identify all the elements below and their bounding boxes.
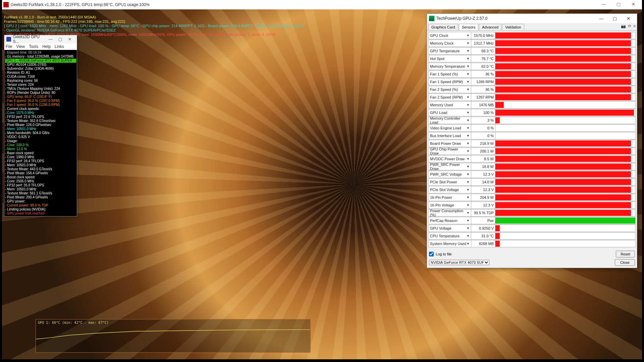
chevron-down-icon[interactable]: ▼: [467, 65, 470, 68]
sensor-value: Pwr: [471, 217, 495, 224]
sensor-label[interactable]: GPU Chip Power Draw▼: [428, 147, 471, 155]
menu-links[interactable]: Links: [55, 44, 64, 49]
sensor-label[interactable]: CPU Temperature▼: [428, 232, 471, 240]
chevron-down-icon[interactable]: ▼: [467, 103, 470, 107]
chevron-down-icon[interactable]: ▼: [467, 72, 470, 76]
sensor-label[interactable]: 16-Pin Power▼: [428, 194, 471, 201]
chevron-down-icon[interactable]: ▼: [467, 126, 470, 130]
chevron-down-icon[interactable]: ▼: [467, 234, 470, 238]
sensor-label[interactable]: PerfCap Reason▼: [428, 217, 471, 224]
chevron-down-icon[interactable]: ▼: [467, 180, 470, 184]
gpushark-line: - FP32 perf: 28.4 TFLOPS: [5, 159, 76, 163]
log-to-file-checkbox[interactable]: [429, 252, 434, 256]
close-button[interactable]: Close: [615, 259, 635, 266]
chevron-down-icon[interactable]: ▼: [467, 173, 470, 176]
minimize-button[interactable]: —: [596, 0, 611, 9]
sensor-label[interactable]: GPU Voltage▼: [428, 225, 471, 232]
sensor-label[interactable]: Hot Spot▼: [428, 55, 471, 62]
sensor-row: Board Power Draw▼218.9 W: [428, 140, 636, 147]
chevron-down-icon[interactable]: ▼: [467, 96, 470, 99]
gpuz-window[interactable]: TechPowerUp GPU-Z 2.57.0 — ▢ ✕ Graphics …: [427, 13, 637, 268]
sensor-label[interactable]: PCIe Slot Voltage▼: [428, 186, 471, 193]
reset-button[interactable]: Reset: [616, 251, 635, 257]
sensor-label[interactable]: GPU Temperature▼: [428, 47, 471, 55]
maximize-button[interactable]: ▢: [611, 0, 626, 9]
chevron-down-icon[interactable]: ▼: [467, 49, 470, 53]
chevron-down-icon[interactable]: ▼: [467, 157, 470, 161]
chevron-down-icon[interactable]: ▼: [467, 42, 470, 45]
sensor-graph: [495, 70, 636, 78]
sensor-label[interactable]: PWR_SRC Power Draw▼: [428, 163, 471, 170]
gpushark-line: - ROPs (Render Output Units): 80: [5, 91, 76, 95]
chevron-down-icon[interactable]: ▼: [467, 196, 470, 199]
chevron-down-icon[interactable]: ▼: [467, 134, 470, 137]
chevron-down-icon[interactable]: ▼: [467, 227, 470, 230]
sensor-label[interactable]: Memory Temperature▼: [428, 63, 471, 70]
close-button[interactable]: ✕: [626, 0, 641, 9]
chevron-down-icon[interactable]: ▼: [467, 34, 470, 37]
chevron-down-icon[interactable]: ▼: [467, 119, 470, 122]
menu-view[interactable]: View: [16, 44, 25, 49]
sensor-label[interactable]: System Memory Used▼: [428, 240, 471, 247]
screenshot-icon[interactable]: 📷: [621, 24, 626, 28]
chevron-down-icon[interactable]: ▼: [467, 211, 470, 215]
chevron-down-icon[interactable]: ▼: [467, 111, 470, 114]
chevron-down-icon[interactable]: ▼: [467, 203, 470, 207]
gpu-select[interactable]: NVIDIA GeForce RTX 4070 SUPER: [429, 260, 489, 265]
sensor-label[interactable]: Board Power Draw▼: [428, 140, 471, 147]
gpushark-line: - Core: 1575.0 MHz: [5, 111, 76, 115]
sensor-label[interactable]: Power Consumption (%)▼: [428, 209, 471, 217]
chevron-down-icon[interactable]: ▼: [467, 242, 470, 245]
sensor-label[interactable]: Memory Clock▼: [428, 40, 471, 47]
maximize-button[interactable]: ▢: [55, 37, 65, 42]
tab-advanced[interactable]: Advanced: [479, 24, 501, 30]
chevron-down-icon[interactable]: ▼: [467, 188, 470, 191]
close-button[interactable]: ✕: [622, 16, 635, 21]
chevron-down-icon[interactable]: ▼: [467, 219, 470, 222]
gpushark-window[interactable]: Geeks3D GPU S... — ▢ ✕ File View Tools H…: [4, 35, 77, 217]
sensor-label[interactable]: Bus Interface Load▼: [428, 132, 471, 139]
sensor-label[interactable]: 16-Pin Voltage▼: [428, 201, 471, 209]
refresh-icon[interactable]: ⟳: [628, 24, 631, 28]
sensor-row: Fan 1 Speed (%)▼36 %: [428, 70, 636, 78]
chevron-down-icon[interactable]: ▼: [467, 88, 470, 91]
sensor-label[interactable]: Fan 1 Speed (RPM)▼: [428, 78, 471, 85]
sensor-value: 31.0 °C: [471, 232, 495, 240]
gpushark-line: - TMUs (Texture Mapping Units): 224: [5, 87, 76, 91]
sensor-label[interactable]: Memory Used▼: [428, 101, 471, 109]
menu-help[interactable]: Help: [42, 44, 51, 49]
minimize-button[interactable]: —: [46, 37, 55, 42]
sensor-label[interactable]: Fan 2 Speed (%)▼: [428, 86, 471, 93]
sensor-label[interactable]: GPU Clock▼: [428, 32, 471, 39]
gpuz-titlebar[interactable]: TechPowerUp GPU-Z 2.57.0 — ▢ ✕: [427, 14, 637, 23]
chevron-down-icon[interactable]: ▼: [467, 80, 470, 83]
sensor-label[interactable]: PCIe Slot Power▼: [428, 178, 471, 186]
menu-tools[interactable]: Tools: [29, 44, 38, 49]
chevron-down-icon[interactable]: ▼: [467, 165, 470, 168]
tab-sensors[interactable]: Sensors: [459, 24, 478, 30]
sensor-label[interactable]: Fan 2 Speed (RPM)▼: [428, 94, 471, 101]
gpushark-line: - Fan 1 speed: 36.0 % (1286.0 RPM): [5, 103, 76, 107]
maximize-button[interactable]: ▢: [608, 16, 622, 21]
sensor-label[interactable]: PWR_SRC Voltage▼: [428, 171, 471, 178]
sensor-label[interactable]: MVDDC Power Draw▼: [428, 155, 471, 163]
chevron-down-icon[interactable]: ▼: [467, 57, 470, 60]
tab-graphics-card[interactable]: Graphics Card: [428, 24, 458, 30]
gpushark-titlebar[interactable]: Geeks3D GPU S... — ▢ ✕: [4, 35, 77, 43]
gpushark-line: - Mem: 10501.0 MHz: [5, 187, 76, 191]
tab-validation[interactable]: Validation: [502, 24, 524, 30]
chevron-down-icon[interactable]: ▼: [467, 149, 470, 153]
chevron-down-icon[interactable]: ▼: [467, 142, 470, 145]
furmark-title: Geeks3D FurMark v1.38.1.0 - 222FPS, GPU1…: [11, 2, 150, 7]
gpushark-line: - GL memory - total:12282MB, usage:1470M…: [5, 55, 76, 59]
sensor-label[interactable]: Memory Controller Load▼: [428, 117, 471, 124]
sensor-graph: [495, 209, 636, 217]
sensor-label[interactable]: Video Engine Load▼: [428, 124, 471, 132]
minimize-button[interactable]: —: [595, 16, 608, 21]
menu-file[interactable]: File: [6, 44, 12, 49]
close-button[interactable]: ✕: [65, 37, 75, 42]
sensor-label[interactable]: GPU Load▼: [428, 109, 471, 116]
menu-icon[interactable]: ≡: [633, 24, 636, 28]
furmark-titlebar[interactable]: Geeks3D FurMark v1.38.1.0 - 222FPS, GPU1…: [2, 0, 642, 9]
sensor-label[interactable]: Fan 1 Speed (%)▼: [428, 70, 471, 78]
